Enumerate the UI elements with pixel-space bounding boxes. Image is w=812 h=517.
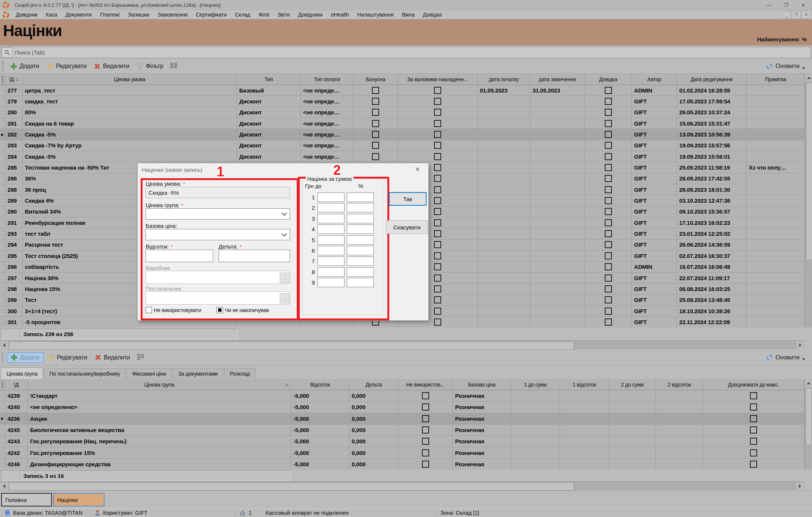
add-button[interactable]: Додати: [7, 61, 43, 71]
tab-2[interactable]: Фіксовані ціни: [126, 368, 172, 379]
columns-icon-bottom[interactable]: [137, 354, 144, 361]
column-header-max[interactable]: Дооцінювати до макс.: [703, 379, 804, 390]
percent-field-9[interactable]: [347, 278, 374, 287]
table-row[interactable]: 281Скидка на 6 товарДисконт<не опреде…GI…: [0, 118, 805, 129]
menu-item-0[interactable]: Довідник: [12, 12, 41, 18]
uah-to-field-3[interactable]: [317, 214, 345, 223]
column-header-s2[interactable]: 2 до суми: [609, 379, 656, 390]
table-row[interactable]: 28080%Дисконт<не опреде…GIFT29.05.2023 1…: [0, 107, 805, 118]
toolbar-grip-bottom[interactable]: [2, 353, 4, 362]
not-use-checkbox[interactable]: [146, 307, 152, 313]
menu-item-9[interactable]: Звіти: [273, 12, 294, 18]
menu-item-10[interactable]: Довідники: [294, 12, 327, 18]
toolbar-grip[interactable]: [2, 61, 4, 71]
supplier-picker-button[interactable]: ...: [280, 293, 290, 303]
uah-to-field-9[interactable]: [317, 278, 345, 287]
column-header-gross[interactable]: За валовими накладенн...: [398, 74, 478, 85]
mdi-restore-button[interactable]: ❐: [792, 11, 801, 19]
uah-to-field-5[interactable]: [317, 235, 345, 245]
column-header-bonus[interactable]: Бонусна: [354, 74, 398, 85]
close-button[interactable]: ✕: [795, 0, 812, 10]
percent-field-4[interactable]: [347, 224, 374, 234]
menu-item-13[interactable]: Вікна: [398, 12, 419, 18]
column-header-group[interactable]: Цінова група△: [28, 379, 291, 390]
uah-to-field-7[interactable]: [317, 256, 345, 266]
hscroll-thumb[interactable]: [9, 482, 574, 491]
scroll-up-icon[interactable]: [805, 74, 812, 82]
delete-button-bottom[interactable]: Видалити: [91, 353, 134, 362]
mdi-minimize-button[interactable]: _: [782, 11, 791, 19]
manufacturer-picker-button[interactable]: ...: [280, 273, 290, 283]
menu-item-6[interactable]: Сертифікати: [192, 12, 231, 18]
column-header-edited[interactable]: Дата редагування: [677, 74, 747, 85]
percent-field-5[interactable]: [347, 235, 374, 245]
menu-item-8[interactable]: Філії: [254, 12, 273, 18]
column-header-author[interactable]: Автор: [632, 74, 677, 85]
menu-item-3[interactable]: Платежі: [96, 12, 124, 18]
percent-field-8[interactable]: [347, 267, 374, 277]
uah-to-field-4[interactable]: [317, 224, 345, 234]
column-header-base[interactable]: Базова ціна: [453, 379, 511, 390]
percent-field-6[interactable]: [347, 246, 374, 255]
table-row[interactable]: 4245Биологически активные вещества-5,000…: [0, 425, 804, 436]
uah-to-field-2[interactable]: [317, 203, 345, 212]
delete-button[interactable]: Видалити: [90, 61, 133, 71]
uah-to-field-1[interactable]: [317, 193, 345, 202]
percent-field-7[interactable]: [347, 256, 374, 266]
column-header-type[interactable]: Тип: [237, 74, 301, 85]
bottom-table-hscrollbar[interactable]: [0, 481, 804, 490]
table-row[interactable]: 279скидка_тестДисконт<не опреде…GIFT17.0…: [0, 96, 805, 107]
uah-to-field-8[interactable]: [317, 267, 345, 277]
tab-1[interactable]: По постачальнику/виробнику: [44, 368, 126, 379]
column-header-p1[interactable]: 1 відсоток: [560, 379, 609, 390]
delta-field[interactable]: [219, 250, 290, 262]
ok-button[interactable]: Так: [389, 192, 426, 206]
scroll-up-icon[interactable]: [805, 379, 812, 387]
percent-field-1[interactable]: [347, 193, 374, 202]
table-row[interactable]: 283Скидка -7% by АртурДисконт<не опреде……: [0, 140, 805, 151]
menu-item-14[interactable]: Довідка: [419, 12, 446, 18]
scroll-left-icon[interactable]: [0, 341, 8, 349]
maximize-button[interactable]: ❐: [777, 0, 795, 10]
search-input[interactable]: [12, 49, 811, 56]
table-row[interactable]: ▶282Скидка -5%Дисконт<не опреде…GIFT13.0…: [0, 129, 805, 140]
column-header-note[interactable]: Примітка: [747, 74, 805, 85]
table-row[interactable]: 4242Гос.регулирование 15%-5,0000,000Розн…: [0, 447, 804, 458]
tab-3[interactable]: За документами: [173, 368, 223, 379]
percent-field-3[interactable]: [347, 214, 374, 223]
manufacturer-field[interactable]: [146, 271, 290, 284]
menu-item-2[interactable]: Документи: [61, 12, 96, 18]
filter-button[interactable]: Фільтр: [133, 61, 167, 71]
dialog-close-icon[interactable]: ✕: [415, 166, 420, 173]
column-header-name[interactable]: Цінова умова: [23, 74, 237, 85]
refresh-button-top[interactable]: Оновити: [766, 63, 805, 70]
table-row[interactable]: 4246Дезинфицирующие средства-5,0000,000Р…: [0, 459, 804, 470]
tab-4[interactable]: Розклад: [224, 368, 255, 379]
column-header-id[interactable]: ІД△: [5, 74, 23, 85]
percent-field-2[interactable]: [347, 203, 374, 212]
column-header-delta[interactable]: Дельта: [349, 379, 398, 390]
search-box[interactable]: [1, 47, 811, 58]
no-accumulate-checkbox[interactable]: [217, 307, 223, 313]
cancel-button[interactable]: Скасувати: [386, 220, 428, 234]
column-header-id[interactable]: ІД: [5, 379, 28, 390]
scroll-right-icon[interactable]: [796, 482, 804, 490]
scroll-left-icon[interactable]: [0, 482, 8, 490]
main-table-hscrollbar[interactable]: [0, 340, 805, 349]
menu-item-4[interactable]: Залишки: [124, 12, 153, 18]
add-button-bottom[interactable]: Додати: [7, 352, 44, 363]
edit-button[interactable]: Редагувати: [43, 61, 90, 71]
columns-icon[interactable]: [170, 62, 178, 70]
price-group-combobox[interactable]: [146, 208, 290, 220]
column-header-date_start[interactable]: дата початку: [478, 74, 530, 85]
percent-field[interactable]: [146, 250, 213, 262]
window-tab-home[interactable]: Головна: [1, 493, 52, 506]
menu-item-12[interactable]: Налаштування: [353, 12, 398, 18]
tab-0[interactable]: Цінова група: [1, 367, 43, 379]
menu-item-5[interactable]: Замовлення: [153, 12, 192, 18]
vscroll-thumb[interactable]: [806, 83, 812, 260]
main-table-vscrollbar[interactable]: [805, 74, 812, 340]
bottom-table-vscrollbar[interactable]: [804, 379, 812, 481]
menu-item-11[interactable]: eHealth: [327, 12, 353, 18]
supplier-field[interactable]: [146, 291, 290, 305]
